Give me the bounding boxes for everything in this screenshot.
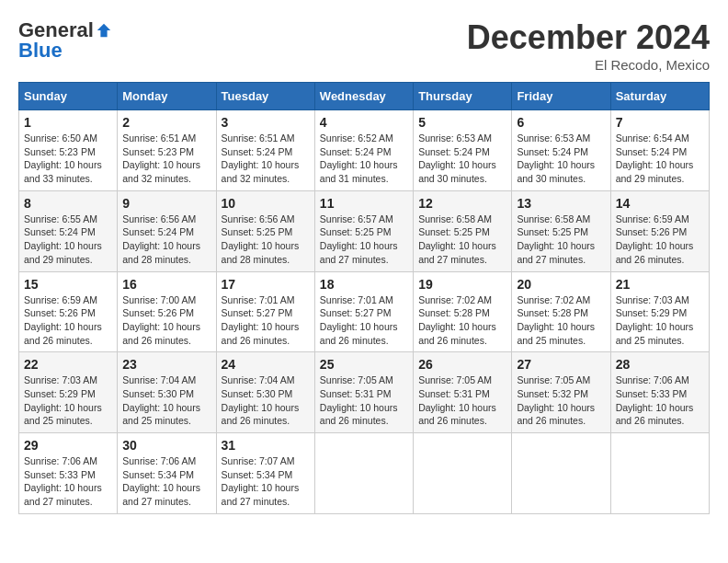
page-header: General Blue December 2024 El Recodo, Me…	[18, 18, 710, 73]
day-number: 20	[517, 277, 605, 292]
day-number: 18	[320, 277, 408, 292]
day-number: 14	[616, 196, 704, 211]
cell-details: Sunrise: 6:55 AM Sunset: 5:24 PM Dayligh…	[24, 213, 112, 267]
calendar-cell: 13Sunrise: 6:58 AM Sunset: 5:25 PM Dayli…	[512, 190, 610, 271]
cell-details: Sunrise: 7:06 AM Sunset: 5:33 PM Dayligh…	[24, 454, 112, 509]
cell-details: Sunrise: 6:59 AM Sunset: 5:26 PM Dayligh…	[24, 293, 112, 348]
cell-details: Sunrise: 7:02 AM Sunset: 5:28 PM Dayligh…	[517, 293, 605, 348]
calendar-cell: 5Sunrise: 6:53 AM Sunset: 5:24 PM Daylig…	[414, 110, 512, 191]
calendar-cell: 21Sunrise: 7:03 AM Sunset: 5:29 PM Dayli…	[610, 271, 709, 352]
day-number: 6	[517, 115, 605, 130]
calendar-cell: 16Sunrise: 7:00 AM Sunset: 5:26 PM Dayli…	[118, 271, 216, 352]
cell-details: Sunrise: 7:05 AM Sunset: 5:31 PM Dayligh…	[320, 373, 408, 428]
cell-details: Sunrise: 6:53 AM Sunset: 5:24 PM Dayligh…	[517, 132, 605, 186]
calendar-cell: 28Sunrise: 7:06 AM Sunset: 5:33 PM Dayli…	[610, 352, 709, 433]
day-number: 23	[122, 357, 210, 372]
day-number: 30	[122, 438, 210, 453]
calendar-cell	[314, 433, 413, 514]
cell-details: Sunrise: 6:57 AM Sunset: 5:25 PM Dayligh…	[320, 213, 408, 267]
cell-details: Sunrise: 7:04 AM Sunset: 5:30 PM Dayligh…	[222, 373, 310, 428]
calendar-cell: 27Sunrise: 7:05 AM Sunset: 5:32 PM Dayli…	[512, 352, 610, 433]
header-tuesday: Tuesday	[216, 83, 314, 110]
day-number: 16	[122, 277, 210, 292]
day-number: 31	[222, 438, 310, 453]
calendar-cell: 11Sunrise: 6:57 AM Sunset: 5:25 PM Dayli…	[314, 190, 413, 271]
day-number: 7	[616, 115, 704, 130]
day-number: 8	[24, 196, 112, 211]
calendar-week-1: 1Sunrise: 6:50 AM Sunset: 5:23 PM Daylig…	[19, 110, 710, 191]
day-number: 19	[418, 277, 506, 292]
calendar-cell: 1Sunrise: 6:50 AM Sunset: 5:23 PM Daylig…	[19, 110, 118, 191]
day-number: 24	[222, 357, 310, 372]
svg-marker-0	[97, 24, 110, 37]
calendar-cell: 19Sunrise: 7:02 AM Sunset: 5:28 PM Dayli…	[414, 271, 512, 352]
calendar-cell: 14Sunrise: 6:59 AM Sunset: 5:26 PM Dayli…	[610, 190, 709, 271]
day-number: 9	[122, 196, 210, 211]
day-number: 13	[517, 196, 605, 211]
cell-details: Sunrise: 7:01 AM Sunset: 5:27 PM Dayligh…	[222, 293, 310, 348]
cell-details: Sunrise: 6:53 AM Sunset: 5:24 PM Dayligh…	[418, 132, 506, 186]
calendar-cell	[610, 433, 709, 514]
cell-details: Sunrise: 7:06 AM Sunset: 5:33 PM Dayligh…	[616, 373, 704, 428]
calendar-cell: 22Sunrise: 7:03 AM Sunset: 5:29 PM Dayli…	[19, 352, 118, 433]
day-number: 28	[616, 357, 704, 372]
logo: General Blue	[18, 18, 112, 63]
day-number: 5	[418, 115, 506, 130]
day-number: 29	[24, 438, 112, 453]
cell-details: Sunrise: 6:59 AM Sunset: 5:26 PM Dayligh…	[616, 213, 704, 267]
calendar-cell	[414, 433, 512, 514]
calendar-cell: 20Sunrise: 7:02 AM Sunset: 5:28 PM Dayli…	[512, 271, 610, 352]
day-number: 17	[222, 277, 310, 292]
cell-details: Sunrise: 6:56 AM Sunset: 5:25 PM Dayligh…	[222, 213, 310, 267]
day-number: 12	[418, 196, 506, 211]
cell-details: Sunrise: 6:52 AM Sunset: 5:24 PM Dayligh…	[320, 132, 408, 186]
header-friday: Friday	[512, 83, 610, 110]
header-saturday: Saturday	[610, 83, 709, 110]
cell-details: Sunrise: 6:56 AM Sunset: 5:24 PM Dayligh…	[122, 213, 210, 267]
calendar-cell: 4Sunrise: 6:52 AM Sunset: 5:24 PM Daylig…	[314, 110, 413, 191]
cell-details: Sunrise: 6:54 AM Sunset: 5:24 PM Dayligh…	[616, 132, 704, 186]
calendar-cell: 7Sunrise: 6:54 AM Sunset: 5:24 PM Daylig…	[610, 110, 709, 191]
calendar-cell: 23Sunrise: 7:04 AM Sunset: 5:30 PM Dayli…	[118, 352, 216, 433]
calendar-cell: 25Sunrise: 7:05 AM Sunset: 5:31 PM Dayli…	[314, 352, 413, 433]
logo-icon	[96, 22, 112, 39]
calendar-table: SundayMondayTuesdayWednesdayThursdayFrid…	[18, 82, 710, 514]
cell-details: Sunrise: 6:58 AM Sunset: 5:25 PM Dayligh…	[418, 213, 506, 267]
cell-details: Sunrise: 7:07 AM Sunset: 5:34 PM Dayligh…	[222, 454, 310, 509]
calendar-cell: 15Sunrise: 6:59 AM Sunset: 5:26 PM Dayli…	[19, 271, 118, 352]
header-wednesday: Wednesday	[314, 83, 413, 110]
day-number: 21	[616, 277, 704, 292]
calendar-cell: 29Sunrise: 7:06 AM Sunset: 5:33 PM Dayli…	[19, 433, 118, 514]
calendar-cell: 9Sunrise: 6:56 AM Sunset: 5:24 PM Daylig…	[118, 190, 216, 271]
day-number: 27	[517, 357, 605, 372]
calendar-cell: 30Sunrise: 7:06 AM Sunset: 5:34 PM Dayli…	[118, 433, 216, 514]
calendar-cell: 17Sunrise: 7:01 AM Sunset: 5:27 PM Dayli…	[216, 271, 314, 352]
calendar-cell: 10Sunrise: 6:56 AM Sunset: 5:25 PM Dayli…	[216, 190, 314, 271]
month-title: December 2024	[467, 18, 710, 57]
cell-details: Sunrise: 7:03 AM Sunset: 5:29 PM Dayligh…	[616, 293, 704, 348]
location-subtitle: El Recodo, Mexico	[467, 57, 710, 73]
day-number: 22	[24, 357, 112, 372]
header-sunday: Sunday	[19, 83, 118, 110]
day-number: 2	[122, 115, 210, 130]
calendar-week-2: 8Sunrise: 6:55 AM Sunset: 5:24 PM Daylig…	[19, 190, 710, 271]
calendar-week-4: 22Sunrise: 7:03 AM Sunset: 5:29 PM Dayli…	[19, 352, 710, 433]
day-number: 25	[320, 357, 408, 372]
cell-details: Sunrise: 6:51 AM Sunset: 5:23 PM Dayligh…	[122, 132, 210, 186]
calendar-cell: 12Sunrise: 6:58 AM Sunset: 5:25 PM Dayli…	[414, 190, 512, 271]
calendar-cell	[512, 433, 610, 514]
cell-details: Sunrise: 7:05 AM Sunset: 5:32 PM Dayligh…	[517, 373, 605, 428]
calendar-week-5: 29Sunrise: 7:06 AM Sunset: 5:33 PM Dayli…	[19, 433, 710, 514]
day-number: 1	[24, 115, 112, 130]
calendar-cell: 2Sunrise: 6:51 AM Sunset: 5:23 PM Daylig…	[118, 110, 216, 191]
cell-details: Sunrise: 7:02 AM Sunset: 5:28 PM Dayligh…	[418, 293, 506, 348]
cell-details: Sunrise: 7:06 AM Sunset: 5:34 PM Dayligh…	[122, 454, 210, 509]
calendar-cell: 18Sunrise: 7:01 AM Sunset: 5:27 PM Dayli…	[314, 271, 413, 352]
cell-details: Sunrise: 6:50 AM Sunset: 5:23 PM Dayligh…	[24, 132, 112, 186]
cell-details: Sunrise: 7:04 AM Sunset: 5:30 PM Dayligh…	[122, 373, 210, 428]
calendar-cell: 8Sunrise: 6:55 AM Sunset: 5:24 PM Daylig…	[19, 190, 118, 271]
day-number: 10	[222, 196, 310, 211]
cell-details: Sunrise: 6:51 AM Sunset: 5:24 PM Dayligh…	[222, 132, 310, 186]
title-block: December 2024 El Recodo, Mexico	[467, 18, 710, 73]
calendar-cell: 24Sunrise: 7:04 AM Sunset: 5:30 PM Dayli…	[216, 352, 314, 433]
